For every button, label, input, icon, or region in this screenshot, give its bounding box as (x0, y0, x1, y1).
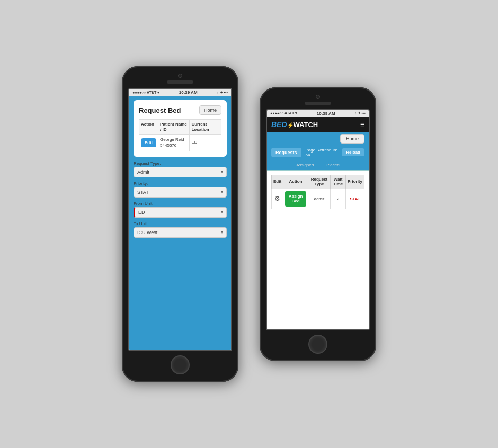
request-type-cell: admit (308, 189, 330, 209)
bedwatch-header: BED⚡WATCH ≡ (267, 117, 369, 132)
col-priority: Priority (345, 175, 364, 189)
reload-button[interactable]: Reload (342, 148, 364, 156)
left-screen: ●●●●○○ AT&T ▾ 10:39 AM ↑ ✦ ▪▪▪ Request B… (128, 88, 232, 351)
home-button-left[interactable]: Home (199, 105, 221, 115)
col-wait-time: Wait Time (331, 175, 346, 189)
logo-divider: ⚡ (287, 122, 294, 128)
request-row: ⚙ Assign Bed admit 2 STAT (272, 189, 364, 209)
priority-cell: STAT (345, 189, 364, 209)
field-select-to-unit[interactable]: ICU West ▾ (134, 227, 227, 238)
patient-row: Edit George Reid 5445576 ED (139, 135, 221, 151)
field-from-unit: From Unit: ED ▾ (134, 201, 227, 218)
col-edit: Edit (272, 175, 283, 189)
time-right: 10:39 AM (317, 111, 335, 116)
refresh-text: Page Refresh In: 54 (306, 148, 338, 157)
time-left: 10:39 AM (179, 90, 198, 95)
field-select-request-type[interactable]: Admit ▾ (134, 167, 227, 177)
col-location: Current Location (190, 120, 221, 135)
gear-icon[interactable]: ⚙ (274, 195, 280, 202)
field-label-priority: Priority: (134, 181, 227, 186)
field-select-from-unit[interactable]: ED ▾ (134, 207, 227, 218)
patient-id: 5445576 (160, 143, 176, 148)
field-request-type: Request Type: Admit ▾ (134, 161, 227, 177)
field-select-priority[interactable]: STAT ▾ (134, 187, 227, 198)
speaker-right (305, 102, 331, 105)
left-phone: ●●●●○○ AT&T ▾ 10:39 AM ↑ ✦ ▪▪▪ Request B… (122, 66, 238, 382)
speaker-left (167, 80, 193, 84)
wait-time-cell: 2 (331, 189, 346, 209)
home-button-hardware-left[interactable] (171, 355, 190, 374)
status-bar-left: ●●●●○○ AT&T ▾ 10:39 AM ↑ ✦ ▪▪▪ (129, 89, 231, 96)
status-bar-right: ●●●●○○ AT&T ▾ 10:39 AM ↑ ✦ ▪▪▪ (267, 110, 369, 117)
icons-left: ↑ ✦ ▪▪▪ (217, 91, 228, 95)
patient-name: George Reid (160, 137, 184, 142)
caret-request-type: ▾ (221, 169, 223, 174)
edit-button[interactable]: Edit (141, 138, 156, 147)
requests-button[interactable]: Requests (271, 148, 301, 157)
field-to-unit: To Unit: ICU West ▾ (134, 221, 227, 238)
requests-table: Edit Action Request Type Wait Time Prior… (271, 175, 364, 209)
field-label-request-type: Request Type: (134, 161, 227, 166)
patient-cell: George Reid 5445576 (158, 135, 190, 151)
gear-cell: ⚙ (272, 189, 283, 209)
bw-toolbar: Requests Page Refresh In: 54 Reload (267, 146, 369, 160)
assign-cell: Assign Bed (283, 189, 308, 209)
right-screen: ●●●●○○ AT&T ▾ 10:39 AM ↑ ✦ ▪▪▪ BED⚡WATCH… (266, 109, 370, 330)
left-screen-content: Request Bed Home Action Patient Name / I… (129, 96, 231, 350)
camera-right (316, 95, 320, 99)
request-bed-card: Request Bed Home Action Patient Name / I… (134, 100, 227, 157)
tab-assigned[interactable]: Assigned (294, 162, 316, 168)
carrier-left: ●●●●○○ AT&T ▾ (132, 91, 159, 95)
icons-right: ↑ ✦ ▪▪▪ (354, 111, 366, 115)
patient-table: Action Patient Name / ID Current Locatio… (139, 119, 221, 151)
location-cell: ED (190, 135, 221, 151)
bw-tabs-row: Assigned Placed (267, 160, 369, 170)
field-priority: Priority: STAT ▾ (134, 181, 227, 198)
home-button-hardware-right[interactable] (308, 335, 327, 354)
field-value-from-unit: ED (138, 210, 145, 215)
caret-priority: ▾ (221, 190, 223, 194)
field-value-to-unit: ICU West (137, 230, 157, 235)
stat-badge: STAT (350, 196, 360, 201)
tab-placed[interactable]: Placed (324, 162, 341, 168)
col-action: Action (139, 120, 158, 135)
field-value-request-type: Admit (137, 169, 149, 175)
logo-watch: WATCH (294, 121, 318, 129)
bw-nav: Home (267, 132, 369, 146)
page-header: Request Bed Home (139, 105, 221, 115)
carrier-right: ●●●●○○ AT&T ▾ (270, 111, 297, 115)
camera-left (178, 74, 182, 78)
action-cell: Edit (139, 135, 158, 151)
bedwatch-logo: BED⚡WATCH (271, 120, 318, 129)
menu-icon[interactable]: ≡ (360, 120, 364, 129)
field-value-priority: STAT (137, 190, 149, 195)
field-label-from-unit: From Unit: (134, 201, 227, 206)
bw-table-content: Edit Action Request Type Wait Time Prior… (267, 171, 369, 329)
page-title: Request Bed (139, 106, 181, 114)
logo-bed: BED (271, 120, 287, 129)
col-patient: Patient Name / ID (158, 120, 190, 135)
assign-bed-button[interactable]: Assign Bed (285, 191, 306, 207)
col-action: Action (283, 175, 308, 189)
field-label-to-unit: To Unit: (134, 221, 227, 226)
col-request-type: Request Type (308, 175, 330, 189)
right-phone: ●●●●○○ AT&T ▾ 10:39 AM ↑ ✦ ▪▪▪ BED⚡WATCH… (260, 87, 376, 361)
home-button-right[interactable]: Home (340, 134, 364, 144)
caret-from-unit: ▾ (221, 210, 223, 214)
caret-to-unit: ▾ (221, 230, 223, 235)
